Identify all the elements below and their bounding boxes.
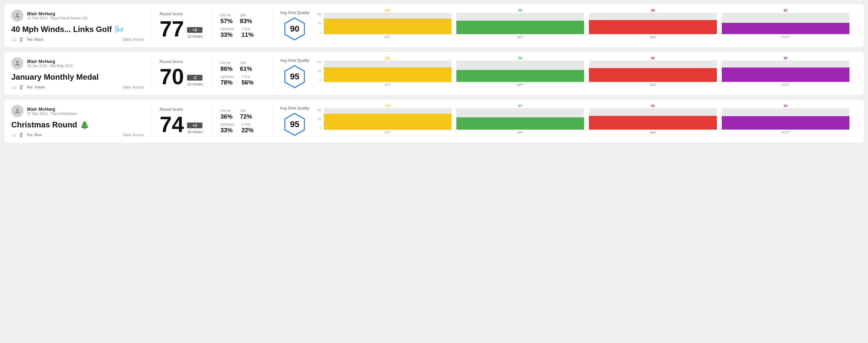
- avg-shot-quality-label: Avg Shot Quality: [280, 106, 310, 111]
- y-axis: 100 50 0: [317, 108, 322, 129]
- bar-col-app: 86: [456, 56, 584, 82]
- bar-col-putt: 99: [722, 56, 849, 82]
- hexagon-score: 95: [290, 120, 300, 129]
- left-section: Blair McHarg 29 Jan 2022 · Mill Ride GCC…: [11, 57, 151, 90]
- bar-fill: [722, 116, 849, 129]
- score-badge: -2: [187, 75, 203, 81]
- round-card-1: Blair McHarg 12 Feb 2022 · Royal North D…: [4, 4, 864, 48]
- tee-label: Tee: Blue: [26, 133, 42, 137]
- user-row: Blair McHarg 29 Jan 2022 · Mill Ride GCC: [11, 57, 144, 69]
- fw-hit-value: 57%: [220, 18, 232, 25]
- updown-value: 78%: [220, 79, 234, 86]
- bar-value-ott: 101: [385, 56, 391, 60]
- bar-col-ott: 101: [324, 56, 452, 82]
- bar-fill: [722, 67, 849, 82]
- avg-shot-quality-label: Avg Shot Quality: [280, 58, 310, 63]
- score-badge: +5: [187, 27, 203, 33]
- bar-chart: 100 50 0 107 95: [317, 13, 849, 39]
- svg-point-0: [16, 13, 18, 15]
- score-row: 74 +2 18 Holes: [160, 114, 203, 135]
- bar-bg: [324, 108, 452, 129]
- bar-bg: [589, 61, 717, 82]
- score-badge-holes: +5 18 Holes: [187, 27, 203, 40]
- fw-hit-stat: FW Hit 36%: [220, 109, 232, 120]
- one-putt-value: 56%: [241, 79, 253, 86]
- bar-bg: [722, 61, 849, 82]
- bar-wrapper-arg: [589, 108, 717, 129]
- axis-label-putt: PUTT: [722, 36, 849, 39]
- chart-axis: OTTAPPARGPUTT: [324, 82, 849, 87]
- left-section: Blair McHarg 12 Feb 2022 · Royal North D…: [11, 9, 151, 42]
- updown-label: Up/Down: [220, 123, 234, 126]
- bar-bg: [722, 108, 849, 129]
- holes-text: 18 Holes: [187, 82, 203, 86]
- gir-label: GIR: [240, 13, 252, 17]
- fw-hit-stat: FW Hit 57%: [220, 13, 232, 25]
- gir-stat: GIR 61%: [240, 61, 252, 72]
- bar-value-app: 95: [518, 8, 522, 12]
- score-number: 74: [160, 114, 184, 135]
- fw-hit-value: 36%: [220, 113, 232, 120]
- bar-value-app: 86: [518, 56, 522, 60]
- user-name: Blair McHarg: [27, 106, 77, 112]
- bar-bg: [324, 13, 452, 34]
- title-emoji: 🌬️: [114, 25, 124, 34]
- bar-col-ott: 110: [324, 104, 452, 129]
- quality-section: Avg Shot Quality 95 100 50 0 110: [273, 105, 857, 137]
- bar-col-arg: 98: [589, 8, 717, 34]
- chart-area: 100 50 0 107 95: [317, 13, 849, 39]
- tee-label: Tee: Black: [26, 37, 43, 42]
- data-source: Data: Arccos: [123, 133, 144, 137]
- score-section: Round Score 74 +2 18 Holes: [151, 105, 212, 137]
- one-putt-value: 11%: [241, 31, 253, 38]
- updown-value: 33%: [220, 127, 234, 134]
- round-score-label: Round Score: [160, 59, 203, 64]
- bottom-row: ☁️ 🏌️ Tee: Yellow Data: Arccos: [11, 85, 144, 90]
- bar-wrapper-putt: [722, 108, 849, 129]
- bar-value-putt: 82: [784, 8, 787, 12]
- avatar: [11, 57, 23, 69]
- round-card-3: Blair McHarg 27 Dec 2021 · The Oxfordshi…: [4, 99, 864, 143]
- gir-value: 83%: [240, 18, 252, 25]
- fw-hit-stat: FW Hit 86%: [220, 61, 232, 72]
- round-score-label: Round Score: [160, 11, 203, 16]
- axis-label-arg: ARG: [589, 131, 717, 134]
- chart-bars-row: 107 95 98 82: [324, 13, 849, 34]
- round-title: 40 Mph Winds... Links Golf 🌬️: [11, 25, 144, 34]
- bar-bg: [456, 61, 584, 82]
- svg-point-4: [16, 109, 18, 111]
- round-score-label: Round Score: [160, 107, 203, 112]
- golf-bag-icon: 🏌️: [19, 132, 24, 137]
- gir-label: GIR: [240, 109, 252, 113]
- one-putt-stat: 1 Putt 56%: [241, 75, 253, 86]
- axis-label-app: APP: [456, 131, 584, 134]
- one-putt-stat: 1 Putt 22%: [241, 123, 253, 134]
- tee-label: Tee: Yellow: [26, 85, 45, 89]
- avg-shot-quality-label: Avg Shot Quality: [280, 10, 310, 15]
- bar-wrapper-ott: [324, 61, 452, 82]
- user-info: Blair McHarg 12 Feb 2022 · Royal North D…: [27, 11, 88, 20]
- user-row: Blair McHarg 27 Dec 2021 · The Oxfordshi…: [11, 105, 144, 117]
- bar-wrapper-putt: [722, 61, 849, 82]
- bar-col-arg: 95: [589, 104, 717, 129]
- score-badge: +2: [187, 123, 203, 128]
- bar-col-arg: 96: [589, 56, 717, 82]
- bar-col-app: 87: [456, 104, 584, 129]
- axis-label-app: APP: [456, 36, 584, 39]
- bar-wrapper-app: [456, 13, 584, 34]
- axis-label-arg: ARG: [589, 83, 717, 87]
- bar-col-putt: 93: [722, 104, 849, 129]
- weather-icon: ☁️: [11, 132, 17, 137]
- updown-label: Up/Down: [220, 27, 234, 31]
- axis-labels: OTTAPPARGPUTT: [324, 36, 849, 39]
- user-row: Blair McHarg 12 Feb 2022 · Royal North D…: [11, 9, 144, 22]
- user-date: 12 Feb 2022 · Royal North Devon GC: [27, 16, 88, 20]
- axis-label-ott: OTT: [324, 131, 452, 134]
- axis-label-putt: PUTT: [722, 83, 849, 87]
- tee-info: ☁️ 🏌️ Tee: Black: [11, 37, 43, 42]
- hexagon: 90: [282, 17, 307, 41]
- score-number: 77: [160, 18, 184, 40]
- bar-fill: [456, 21, 584, 34]
- bar-value-app: 87: [518, 104, 522, 107]
- bar-fill: [589, 116, 717, 129]
